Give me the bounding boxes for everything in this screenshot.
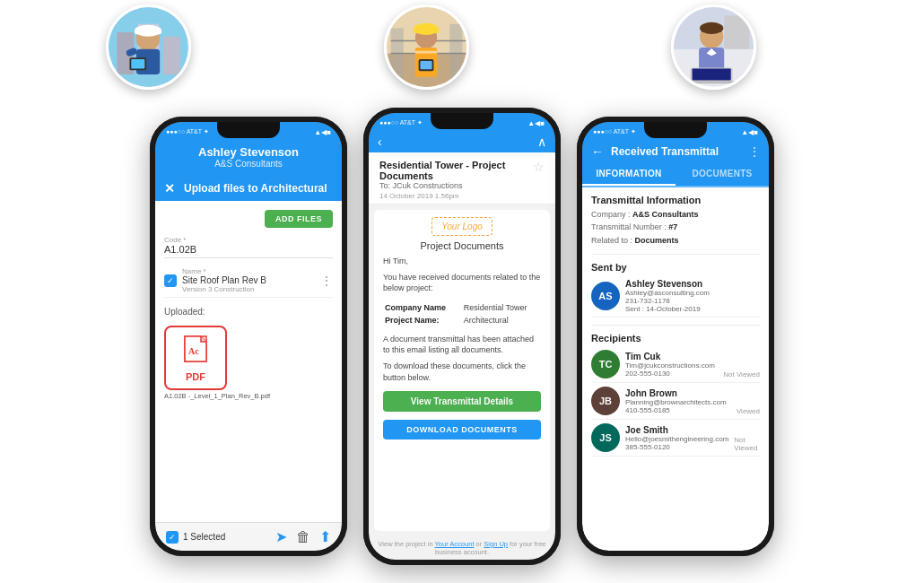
- sender-sent: Sent : 14-October-2019: [625, 305, 760, 313]
- recipient-1-avatar: JB: [591, 387, 620, 415]
- selected-info: ✓ 1 Selected: [166, 531, 225, 544]
- email-body-line4: To download these documents, click the b…: [383, 361, 541, 383]
- acrobat-icon: Ac: [181, 335, 210, 370]
- recipient-1-info: John Brown Planning@brownarchitects.com …: [625, 388, 731, 414]
- sender-name: Ashley Stevenson: [625, 279, 760, 289]
- company-name-label: Company Name: [385, 302, 462, 313]
- recipient-2-phone: 385-555-0120: [625, 443, 728, 451]
- recipients-section: Recipients TC Tim Cuk Tim@jcukconstructi…: [591, 333, 760, 457]
- email-subject-bar: ☆ Residential Tower - Project Documents …: [369, 152, 555, 204]
- recipient-2-email: Hello@joesmithengineering.com: [625, 435, 728, 443]
- icons-3: ▲◀■: [741, 128, 758, 136]
- recipients-title: Recipients: [591, 333, 760, 344]
- view-transmittal-button[interactable]: View Transmittal Details: [383, 391, 541, 412]
- pdf-icon-container: Ac PDF A1.02B -_Level_1_Plan_Rev_B.pdf: [164, 326, 333, 400]
- recipient-1-status: Viewed: [737, 407, 760, 415]
- phone-3-screen: ●●●○○ AT&T ✦ 2:17 ▲◀■ ← Received Transmi…: [582, 122, 769, 551]
- code-field-row: Code * A1.02B: [164, 233, 333, 258]
- delete-icon[interactable]: 🗑: [296, 529, 310, 545]
- email-heading: Project Documents: [383, 240, 541, 251]
- recipient-0-status: Not Viewed: [723, 370, 760, 379]
- footer-actions: ➤ 🗑 ⬆: [275, 528, 331, 545]
- tab-documents[interactable]: DOCUMENTS: [676, 163, 769, 186]
- scene: ●●●○○ AT&T ✦ 2:17 ▲◀■ Ashley Stevenson A…: [0, 0, 924, 583]
- phone1-header: Ashley Stevenson A&S Consultants: [155, 140, 342, 176]
- logo-placeholder: Your Logo: [431, 217, 493, 236]
- more-dots-icon[interactable]: ⋮: [320, 274, 333, 288]
- selected-count: 1 Selected: [183, 532, 225, 542]
- upload-content: ADD FILES Code * A1.02B ✓ Name * Site Ro…: [155, 201, 342, 522]
- phone-notch-3: [644, 122, 707, 138]
- pdf-label: PDF: [186, 371, 205, 382]
- tabs-bar: INFORMATION DOCUMENTS: [582, 163, 769, 187]
- upload-icon[interactable]: ⬆: [319, 528, 331, 545]
- project-name-value: Architectural: [464, 315, 539, 326]
- recipient-0-phone: 202-555-0130: [625, 370, 718, 378]
- email-subject: Residential Tower - Project Documents: [379, 160, 545, 181]
- close-icon[interactable]: ✕: [164, 181, 175, 196]
- email-footer: View the project in Your Account or Sign…: [369, 536, 555, 560]
- back-arrow-3[interactable]: ←: [591, 144, 604, 159]
- transmittal-info-section: Transmittal Information Company : A&S Co…: [591, 195, 760, 247]
- name-label: Name *: [182, 267, 315, 275]
- sent-by-title: Sent by: [591, 262, 760, 273]
- name-field-row: ✓ Name * Site Roof Plan Rev B Version 3 …: [164, 264, 333, 298]
- chevron-up-icon[interactable]: ∧: [537, 135, 546, 149]
- recipient-2-avatar: JS: [591, 423, 620, 452]
- sender-phone: 231-732-1178: [625, 297, 760, 305]
- email-body-line1: You have received documents related to t…: [383, 272, 541, 294]
- svg-rect-27: [724, 15, 749, 48]
- version-label: Version 3 Construction: [182, 285, 315, 293]
- add-files-button[interactable]: ADD FILES: [265, 210, 333, 228]
- sender-avatar: AS: [591, 282, 620, 310]
- uploaded-label: Uploaded:: [164, 307, 333, 317]
- svg-point-29: [700, 22, 723, 34]
- recipient-2-status: Not Viewed: [734, 436, 760, 452]
- tab-information[interactable]: INFORMATION: [582, 163, 676, 186]
- svg-text:Ac: Ac: [188, 346, 199, 356]
- pdf-box[interactable]: Ac PDF: [164, 326, 227, 390]
- download-documents-button[interactable]: DOWNLOAD DOCUMENTS: [383, 420, 541, 439]
- code-label: Code *: [164, 236, 333, 244]
- send-icon[interactable]: ➤: [275, 528, 287, 545]
- carrier-3: ●●●○○ AT&T ✦: [593, 128, 636, 135]
- recipient-2-info: Joe Smith Hello@joesmithengineering.com …: [625, 425, 728, 451]
- upload-title-bar: ✕ Upload files to Architectural: [155, 176, 342, 201]
- user-name-1: Ashley Stevenson: [162, 145, 335, 159]
- name-value: Site Roof Plan Rev B: [182, 275, 315, 285]
- email-greeting: Hi Tim,: [383, 256, 541, 267]
- code-value: A1.02B: [164, 244, 333, 255]
- footer-checkbox[interactable]: ✓: [166, 531, 179, 544]
- sender-info: Ashley Stevenson Ashley@asconsulting.com…: [625, 279, 760, 313]
- recipient-0-email: Tim@jcukconstructions.com: [625, 361, 718, 370]
- star-icon[interactable]: ☆: [533, 160, 545, 174]
- svg-rect-24: [420, 61, 431, 69]
- checkbox-name[interactable]: ✓: [164, 274, 177, 287]
- sender-row: AS Ashley Stevenson Ashley@asconsulting.…: [591, 275, 760, 318]
- recipient-0-info: Tim Cuk Tim@jcukconstructions.com 202-55…: [625, 352, 718, 378]
- sent-by-section: Sent by AS Ashley Stevenson Ashley@ascon…: [591, 262, 760, 318]
- back-arrow-2[interactable]: ‹: [378, 135, 382, 149]
- your-account-link[interactable]: Your Account: [435, 540, 475, 548]
- transmittal-section-title: Transmittal Information: [591, 195, 760, 205]
- profile-photo-1: [106, 4, 191, 90]
- svg-rect-7: [135, 30, 161, 34]
- svg-rect-33: [689, 81, 736, 83]
- carrier-1: ●●●○○ AT&T ✦: [166, 128, 209, 135]
- pdf-filename: A1.02B -_Level_1_Plan_Rev_B.pdf: [164, 392, 270, 400]
- recipient-1-phone: 410-555-0185: [625, 406, 731, 414]
- related-row: Related to : Documents: [591, 234, 760, 247]
- recipient-row-2: JS Joe Smith Hello@joesmithengineering.c…: [591, 420, 760, 457]
- phone-2-screen: ●●●○○ AT&T ✦ 2:17 ▲◀■ ‹ ∧ ☆ Residential …: [369, 113, 555, 560]
- header-dots[interactable]: ⋮: [749, 145, 760, 158]
- recipient-row-1: JB John Brown Planning@brownarchitects.c…: [591, 383, 760, 420]
- recipient-0-avatar: TC: [591, 350, 620, 379]
- carrier-2: ●●●○○ AT&T ✦: [379, 119, 423, 126]
- email-content: Your Logo Project Documents Hi Tim, You …: [369, 204, 555, 560]
- email-date: 14 October 2019 1.56pm: [379, 192, 545, 200]
- company-info-row: Company : A&S Consultants: [591, 208, 760, 221]
- phone-3: ●●●○○ AT&T ✦ 2:17 ▲◀■ ← Received Transmi…: [577, 117, 774, 556]
- recipient-2-name: Joe Smith: [625, 425, 728, 435]
- phone-notch: [217, 122, 280, 138]
- sign-up-link[interactable]: Sign Up: [484, 540, 508, 548]
